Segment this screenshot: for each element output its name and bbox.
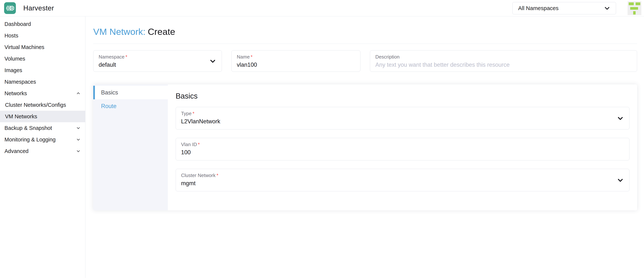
required-asterisk: * bbox=[126, 54, 127, 60]
description-label: Description bbox=[375, 54, 632, 60]
brand-title: Harvester bbox=[23, 4, 54, 12]
type-value: L2VlanNetwork bbox=[181, 118, 588, 125]
avatar-pixel bbox=[636, 2, 640, 5]
description-input[interactable] bbox=[375, 61, 611, 68]
namespace-filter-select[interactable]: All Namespaces bbox=[512, 2, 616, 14]
vlan-id-input[interactable] bbox=[181, 149, 588, 156]
tab-basics[interactable]: Basics bbox=[93, 86, 168, 99]
sidebar-item-virtual-machines[interactable]: Virtual Machines bbox=[0, 41, 85, 53]
cluster-network-value: mgmt bbox=[181, 180, 588, 187]
avatar-pixel bbox=[630, 7, 638, 10]
required-asterisk: * bbox=[216, 173, 218, 178]
description-field: Description bbox=[370, 50, 637, 72]
vlan-id-field: Vlan ID* bbox=[176, 138, 630, 160]
required-asterisk: * bbox=[198, 142, 200, 147]
namespace-select[interactable]: Namespace* default bbox=[93, 50, 222, 72]
sidebar-group-backup-snapshot[interactable]: Backup & Snapshot bbox=[0, 122, 85, 134]
tab-content-basics: Basics Type* L2VlanNetwork Vlan ID* Clus… bbox=[168, 84, 637, 210]
sidebar-item-volumes[interactable]: Volumes bbox=[0, 53, 85, 64]
chevron-down-icon bbox=[76, 138, 80, 142]
sidebar-item-cluster-networks-configs[interactable]: Cluster Networks/Configs bbox=[0, 99, 85, 111]
avatar-pixel bbox=[633, 11, 636, 14]
name-input[interactable] bbox=[237, 61, 346, 68]
namespace-label: Namespace* bbox=[99, 54, 216, 60]
chevron-down-icon bbox=[604, 5, 610, 11]
required-asterisk: * bbox=[250, 54, 252, 60]
type-select[interactable]: Type* L2VlanNetwork bbox=[176, 107, 630, 129]
top-bar: Harvester All Namespaces bbox=[0, 0, 644, 16]
chevron-down-icon bbox=[76, 126, 80, 130]
main-content: VM Network:Create Namespace* default Nam… bbox=[86, 16, 644, 278]
page-title-resource: VM Network: bbox=[93, 27, 146, 37]
chevron-down-icon bbox=[617, 115, 624, 122]
cluster-network-select[interactable]: Cluster Network* mgmt bbox=[176, 169, 630, 191]
namespace-value: default bbox=[99, 61, 207, 68]
cluster-network-label: Cluster Network* bbox=[181, 173, 624, 178]
harvester-logo-icon bbox=[4, 2, 16, 14]
name-label: Name* bbox=[237, 54, 355, 60]
tab-rail: Basics Route bbox=[93, 84, 168, 210]
user-avatar[interactable] bbox=[628, 1, 642, 15]
sidebar-item-vm-networks[interactable]: VM Networks bbox=[0, 111, 85, 122]
sidebar-group-networks[interactable]: Networks bbox=[0, 88, 85, 99]
chevron-down-icon bbox=[210, 58, 216, 64]
sidebar-group-monitoring-logging[interactable]: Monitoring & Logging bbox=[0, 134, 85, 145]
metadata-form-row: Namespace* default Name* Description bbox=[93, 50, 637, 72]
chevron-down-icon bbox=[617, 177, 624, 184]
namespace-filter-value: All Namespaces bbox=[518, 5, 558, 11]
section-heading: Basics bbox=[176, 92, 630, 100]
name-field: Name* bbox=[232, 50, 360, 72]
sidebar-item-dashboard[interactable]: Dashboard bbox=[0, 18, 85, 30]
sidebar-item-hosts[interactable]: Hosts bbox=[0, 30, 85, 41]
page-title-action: Create bbox=[148, 27, 175, 37]
sidebar-item-namespaces[interactable]: Namespaces bbox=[0, 76, 85, 88]
tab-route[interactable]: Route bbox=[93, 99, 168, 113]
page-title: VM Network:Create bbox=[93, 26, 637, 37]
chevron-up-icon bbox=[76, 91, 80, 95]
required-asterisk: * bbox=[192, 111, 194, 116]
type-label: Type* bbox=[181, 111, 624, 116]
sidebar: Dashboard Hosts Virtual Machines Volumes… bbox=[0, 16, 86, 278]
sidebar-item-images[interactable]: Images bbox=[0, 64, 85, 76]
avatar-pixel bbox=[629, 2, 634, 5]
vlan-id-label: Vlan ID* bbox=[181, 142, 624, 147]
tabbed-card: Basics Route Basics Type* L2VlanNetwork … bbox=[93, 84, 637, 210]
chevron-down-icon bbox=[76, 149, 80, 153]
sidebar-group-advanced[interactable]: Advanced bbox=[0, 145, 85, 157]
